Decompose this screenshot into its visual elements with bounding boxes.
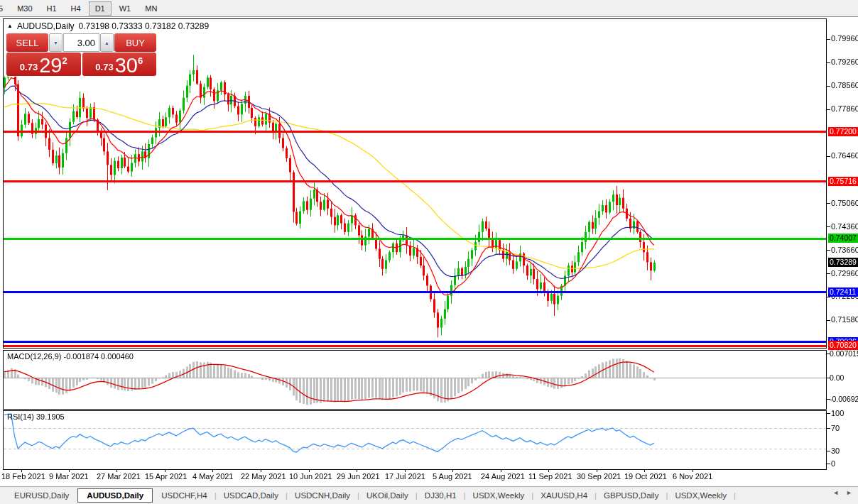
chart-tab-usdx-weekly[interactable]: USDX,Weekly — [668, 489, 734, 502]
volume-input[interactable]: 3.00 — [63, 33, 99, 52]
symbol-marker-icon: ▲ — [7, 23, 13, 29]
buy-button[interactable]: BUY — [114, 33, 156, 52]
chart-tab-eurusd-daily[interactable]: EURUSD,Daily — [7, 489, 76, 502]
macd-indicator-label: MACD(12,26,9) -0.001874 0.000460 — [7, 352, 134, 361]
chart-tab-bar: EURUSD,DailyAUDUSD,DailyUSDCHF,H4|USDCAD… — [0, 486, 858, 504]
date-axis-label: 27 Mar 2021 — [97, 472, 141, 481]
chart-tab-usdcad-daily[interactable]: USDCAD,Daily — [217, 489, 286, 502]
chart-tab-audusd-daily[interactable]: AUDUSD,Daily — [77, 488, 153, 503]
chart-title: ▲ AUDUSD,Daily 0.73198 0.73333 0.73182 0… — [7, 21, 209, 31]
price-badge: 0.75716 — [828, 177, 858, 186]
date-axis-label: 22 May 2021 — [241, 472, 286, 481]
price-badge: 0.72411 — [828, 287, 858, 297]
price-tick-label: 0.77860 — [831, 104, 858, 113]
sell-price-display[interactable]: 0.73 29 2 — [6, 53, 81, 76]
price-tick-label: 0.75060 — [831, 199, 858, 207]
mt4-window: 5M30H1H4D1W1MN ▲ AUDUSD,Daily 0.73198 0.… — [0, 0, 858, 504]
price-tick-label: 0.76460 — [831, 151, 858, 160]
price-tick-label: 0.79260 — [831, 57, 858, 66]
volume-increase-button[interactable]: ▲ — [100, 33, 114, 52]
date-axis-label: 18 Feb 2021 — [1, 472, 45, 481]
sell-price-big: 29 — [39, 56, 62, 75]
price-badge: 0.73289 — [828, 258, 858, 267]
tab-scroll-arrows: ◄ ► — [832, 489, 852, 496]
chart-title-symbol: AUDUSD,Daily — [17, 21, 75, 31]
date-axis-label: 4 May 2021 — [192, 472, 233, 481]
date-axis-label: 11 Sep 2021 — [528, 472, 572, 481]
macd-axis-label: 0.007015 — [830, 349, 858, 358]
timeframe-button-MN[interactable]: MN — [139, 1, 163, 16]
timeframe-button-D1[interactable]: D1 — [89, 1, 112, 16]
rsi-indicator-label: RSI(14) 39.1905 — [7, 412, 65, 421]
rsi-axis-label: 70 — [831, 424, 840, 432]
date-axis-label: 17 Jul 2021 — [385, 472, 425, 481]
tab-scroll-left-icon[interactable]: ◄ — [832, 489, 839, 496]
timeframe-button-H1[interactable]: H1 — [40, 1, 63, 16]
price-tick-label: 0.74360 — [831, 222, 858, 231]
chart-tab-gbpusd-daily[interactable]: GBPUSD,Daily — [597, 489, 666, 502]
rsi-axis-label: 100 — [831, 409, 844, 417]
date-axis-label: 19 Oct 2021 — [624, 472, 667, 481]
chart-tab-ukoil-daily[interactable]: UKOil,Daily — [359, 489, 416, 502]
date-axis-label: 6 Nov 2021 — [673, 472, 712, 481]
buy-price-big: 30 — [115, 56, 138, 75]
chart-tab-dj30-h1[interactable]: DJ30,H1 — [418, 489, 464, 502]
price-tick-label: 0.72960 — [831, 269, 858, 278]
price-tick-label: 0.71580 — [831, 315, 858, 324]
price-badge: 0.74007 — [828, 234, 858, 243]
rsi-axis-label: 30 — [831, 447, 840, 455]
buy-price-sup: 6 — [138, 55, 143, 66]
date-axis-label: 24 Aug 2021 — [481, 472, 525, 481]
price-tick-label: 0.79960 — [831, 34, 858, 43]
tab-scroll-right-icon[interactable]: ► — [846, 489, 852, 496]
macd-axis-label: 0.00 — [830, 373, 844, 382]
chart-tab-xauusd-h4[interactable]: XAUUSD,H4 — [533, 489, 594, 502]
price-badge: 0.77200 — [828, 127, 858, 136]
buy-price-base: 0.73 — [95, 62, 113, 72]
date-axis-label: 29 Jun 2021 — [337, 472, 380, 481]
price-badge: 0.70820 — [828, 341, 858, 350]
tab-separator: | — [734, 491, 736, 500]
price-tick-label: 0.78560 — [831, 81, 858, 89]
timeframe-button-M30[interactable]: M30 — [11, 1, 38, 16]
buy-price-display[interactable]: 0.73 30 6 — [82, 53, 157, 76]
one-click-trade-panel: SELL ▼ 3.00 ▲ BUY 0.73 29 2 0.73 30 6 — [6, 33, 157, 77]
timeframe-button-W1[interactable]: W1 — [113, 1, 138, 16]
sell-button[interactable]: SELL — [6, 33, 48, 52]
date-axis-label: 9 Mar 2021 — [49, 472, 89, 481]
price-tick-label: 0.73660 — [831, 246, 858, 254]
chart-tab-usdx-weekly[interactable]: USDX,Weekly — [466, 489, 532, 502]
macd-axis-label: -0.006923 — [830, 395, 858, 403]
timeframe-button-H4[interactable]: H4 — [65, 1, 87, 16]
chart-tab-usdchf-h4[interactable]: USDCHF,H4 — [154, 489, 214, 502]
rsi-axis-label: 0 — [831, 459, 835, 468]
timeframe-button-5[interactable]: 5 — [0, 1, 9, 16]
sell-price-sup: 2 — [62, 55, 67, 66]
timeframe-toolbar: 5M30H1H4D1W1MN — [0, 0, 858, 17]
date-axis-label: 10 Jun 2021 — [289, 472, 332, 481]
date-axis-label: 5 Aug 2021 — [433, 472, 472, 481]
chart-title-ohlc: 0.73198 0.73333 0.73182 0.73289 — [79, 21, 210, 31]
volume-decrease-button[interactable]: ▼ — [49, 33, 63, 52]
chart-tab-usdcnh-daily[interactable]: USDCNH,Daily — [288, 489, 357, 502]
date-axis-label: 30 Sep 2021 — [577, 472, 621, 481]
sell-price-base: 0.73 — [20, 62, 38, 72]
date-axis-label: 15 Apr 2021 — [145, 472, 187, 481]
